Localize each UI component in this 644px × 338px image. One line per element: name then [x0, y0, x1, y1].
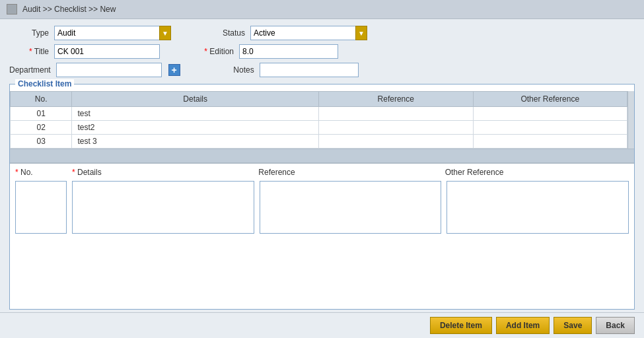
- cell-reference: [319, 107, 474, 121]
- title-group: Title: [9, 44, 160, 59]
- cell-reference: [319, 121, 474, 135]
- input-other-ref-label: Other Reference: [445, 168, 504, 177]
- breadcrumb-icon: [7, 4, 17, 15]
- type-input[interactable]: [54, 26, 160, 40]
- cell-no: 01: [11, 107, 72, 121]
- cell-other-ref: [473, 121, 627, 135]
- input-other-ref-textarea[interactable]: [447, 181, 629, 234]
- other-ref-label-container: Other Reference: [445, 168, 629, 177]
- type-label: Type: [9, 28, 49, 38]
- status-input[interactable]: [250, 26, 356, 40]
- input-details-label: Details: [72, 168, 102, 177]
- cell-no: 02: [11, 121, 72, 135]
- input-fields-row: [15, 181, 629, 234]
- table-scroll[interactable]: No. Details Reference Other Reference 01…: [10, 91, 627, 149]
- cell-details: test: [72, 107, 319, 121]
- input-reference-textarea[interactable]: [260, 181, 442, 234]
- breadcrumb-sep2: >>: [89, 5, 100, 14]
- input-labels-row: No. Details Reference Other Reference: [15, 168, 629, 178]
- bottom-bar: Delete Item Add Item Save Back: [0, 312, 644, 338]
- selected-row-highlight: [10, 149, 634, 163]
- checklist-tbody: 01 test 02 test2 03 test 3: [11, 107, 627, 149]
- notes-label: Notes: [215, 65, 254, 75]
- checklist-table: No. Details Reference Other Reference 01…: [10, 91, 627, 149]
- cell-details: test2: [72, 121, 319, 135]
- table-header-row: No. Details Reference Other Reference: [11, 92, 627, 107]
- input-details-textarea[interactable]: [72, 181, 254, 234]
- table-row[interactable]: 02 test2: [11, 121, 627, 135]
- notes-input[interactable]: [260, 63, 359, 77]
- department-input[interactable]: [56, 63, 162, 77]
- save-button[interactable]: Save: [554, 317, 592, 334]
- cell-no: 03: [11, 135, 72, 149]
- chevron-down-icon2: ▼: [358, 30, 365, 37]
- col-header-reference: Reference: [319, 92, 474, 107]
- breadcrumb-checklist: Checklist: [54, 5, 87, 14]
- form-row-type-status: Type ▼ Status ▼: [9, 26, 635, 40]
- plus-icon: +: [172, 65, 177, 75]
- title-input[interactable]: [54, 44, 160, 59]
- no-label-container: No.: [15, 168, 69, 177]
- main-container: Audit >> Checklist >> New Type ▼ Status: [0, 0, 644, 338]
- status-select-wrapper: ▼: [250, 26, 367, 40]
- add-department-button[interactable]: +: [168, 64, 180, 76]
- checklist-table-container: No. Details Reference Other Reference 01…: [10, 91, 634, 149]
- checklist-legend: Checklist Item: [15, 79, 74, 88]
- edition-group: Edition: [194, 44, 338, 59]
- cell-other-ref: [473, 107, 627, 121]
- input-no-textarea[interactable]: [15, 181, 67, 234]
- checklist-section: Checklist Item No. Details Reference Oth…: [9, 84, 635, 310]
- chevron-down-icon: ▼: [162, 30, 168, 37]
- col-header-other-ref: Other Reference: [473, 92, 627, 107]
- cell-other-ref: [473, 135, 627, 149]
- status-dropdown-arrow[interactable]: ▼: [355, 26, 367, 40]
- status-label: Status: [205, 28, 245, 38]
- col-header-details: Details: [72, 92, 319, 107]
- input-no-label: No.: [15, 168, 33, 177]
- edition-input[interactable]: [239, 44, 338, 59]
- breadcrumb: Audit >> Checklist >> New: [22, 5, 116, 14]
- delete-item-button[interactable]: Delete Item: [430, 317, 492, 334]
- status-group: Status ▼: [205, 26, 367, 40]
- reference-label-container: Reference: [258, 168, 442, 177]
- type-group: Type ▼: [9, 26, 171, 40]
- breadcrumb-audit: Audit: [22, 5, 40, 14]
- title-label: Title: [9, 47, 49, 56]
- department-group: Department +: [9, 63, 180, 77]
- form-area: Type ▼ Status ▼: [0, 19, 644, 81]
- type-dropdown-arrow[interactable]: ▼: [159, 26, 171, 40]
- breadcrumb-sep1: >>: [43, 5, 54, 14]
- notes-group: Notes: [215, 63, 359, 77]
- col-header-no: No.: [11, 92, 72, 107]
- breadcrumb-bar: Audit >> Checklist >> New: [0, 0, 644, 19]
- details-label-container: Details: [72, 168, 256, 177]
- form-row-title-edition: Title Edition: [9, 44, 635, 59]
- breadcrumb-new: New: [100, 5, 116, 14]
- form-row-dept-notes: Department + Notes: [9, 63, 635, 77]
- edition-label: Edition: [194, 47, 234, 56]
- input-reference-label: Reference: [258, 168, 295, 177]
- type-select-wrapper: ▼: [54, 26, 171, 40]
- add-item-button[interactable]: Add Item: [496, 317, 550, 334]
- scrollbar[interactable]: [627, 91, 634, 149]
- table-row[interactable]: 03 test 3: [11, 135, 627, 149]
- table-row[interactable]: 01 test: [11, 107, 627, 121]
- cell-details: test 3: [72, 135, 319, 149]
- back-button[interactable]: Back: [596, 317, 635, 334]
- input-section: No. Details Reference Other Reference: [10, 163, 634, 238]
- department-label: Department: [9, 65, 51, 75]
- cell-reference: [319, 135, 474, 149]
